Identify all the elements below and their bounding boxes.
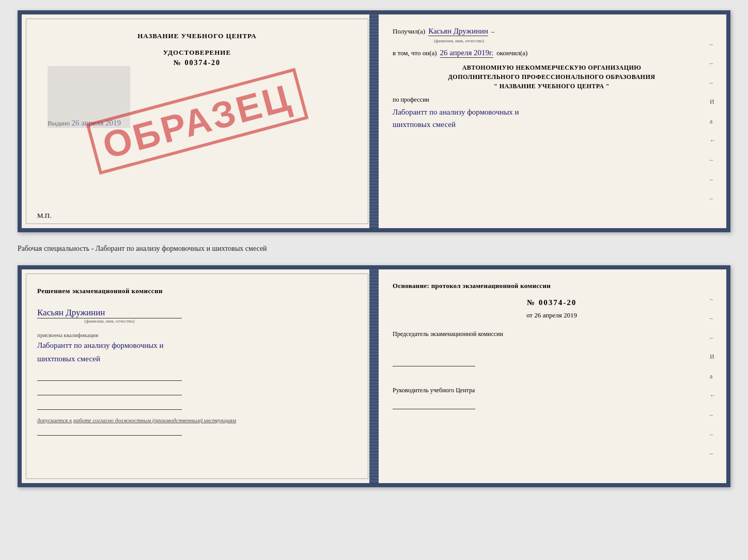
in-that-line: в том, что он(а) 26 апреля 2019г. окончи… xyxy=(393,49,711,58)
top-left-page: НАЗВАНИЕ УЧЕБНОГО ЦЕНТРА УДОСТОВЕРЕНИЕ №… xyxy=(22,14,374,228)
top-right-page: Получил(а) Касьян Дружинин – (фамилия, и… xyxy=(374,14,726,228)
sig-line-2 xyxy=(37,385,182,395)
top-document: НАЗВАНИЕ УЧЕБНОГО ЦЕНТРА УДОСТОВЕРЕНИЕ №… xyxy=(18,10,730,232)
name-block: Касьян Дружинин (фамилия, имя, отчество) xyxy=(37,303,357,324)
qualification-text: Лаборантт по анализу формовочных ишихтпо… xyxy=(37,339,357,365)
sig-line-3 xyxy=(37,399,182,410)
received-label: Получил(а) xyxy=(393,27,425,36)
signature-lines xyxy=(37,371,357,410)
book-spine xyxy=(369,14,379,228)
chairman-sig-line xyxy=(393,354,475,366)
completion-date: 26 апреля 2019г. xyxy=(440,49,494,58)
bottom-name: Касьян Дружинин xyxy=(37,308,182,318)
sig-line-1 xyxy=(37,371,182,381)
sig-line-bottom xyxy=(37,425,182,436)
org-line2: ДОПОЛНИТЕЛЬНОГО ПРОФЕССИОНАЛЬНОГО ОБРАЗО… xyxy=(393,72,711,82)
org-line1: АВТОНОМНУЮ НЕКОММЕРЧЕСКУЮ ОРГАНИЗАЦИЮ xyxy=(393,63,711,72)
rukovoditel-label: Руководитель учебного Центра xyxy=(393,386,711,395)
bottom-document: Решением экзаменационной комиссии Касьян… xyxy=(18,265,730,487)
osnov-title: Основание: протокол экзаменационной коми… xyxy=(393,282,711,290)
received-name: Касьян Дружинин xyxy=(428,27,488,36)
profession-block: по профессии Лаборантт по анализу формов… xyxy=(393,96,711,131)
допускается-prefix: допускается к xyxy=(37,417,72,423)
chairman-label: Председатель экзаменационной комиссии xyxy=(393,330,711,339)
decision-title: Решением экзаменационной комиссии xyxy=(37,287,357,295)
specialty-label: Рабочая специальность - Лаборант по анал… xyxy=(18,241,730,257)
bottom-fio-sublabel: (фамилия, имя, отчество) xyxy=(37,318,182,324)
received-line: Получил(а) Касьян Дружинин – xyxy=(393,27,711,36)
cert-label: УДОСТОВЕРЕНИЕ xyxy=(37,49,357,57)
cert-photo-placeholder xyxy=(48,66,130,128)
in-that-label: в том, что он(а) xyxy=(393,49,437,57)
mp-label: М.П. xyxy=(37,212,51,220)
допускается-text-underline: работе согласно должностным (производств… xyxy=(73,417,236,423)
bottom-right-page: Основание: протокол экзаменационной коми… xyxy=(374,269,726,483)
finished-label: окончил(а) xyxy=(496,49,527,57)
bottom-left-page: Решением экзаменационной комиссии Касьян… xyxy=(22,269,374,483)
profession-label: по профессии xyxy=(393,96,711,104)
bottom-book-spine xyxy=(369,269,379,483)
from-label: от xyxy=(526,311,533,319)
fio-sublabel-top: (фамилия, имя, отчество) xyxy=(434,38,711,43)
rukovoditel-sig-line xyxy=(393,397,475,409)
protocol-date: от 26 апреля 2019 xyxy=(393,311,711,319)
допускается-block: допускается к работе согласно должностны… xyxy=(37,417,357,423)
qualification-label: присвоена квалификация xyxy=(37,332,357,338)
profession-text: Лаборантт по анализу формовочных ишихтпо… xyxy=(393,106,711,131)
right-side-dashes: – – – И а ← – – – xyxy=(710,40,718,202)
top-title: НАЗВАНИЕ УЧЕБНОГО ЦЕНТРА xyxy=(37,32,357,40)
protocol-number: № 00374-20 xyxy=(393,298,711,307)
org-block: АВТОНОМНУЮ НЕКОММЕРЧЕСКУЮ ОРГАНИЗАЦИЮ ДО… xyxy=(393,63,711,91)
right-side-dashes-bottom: – – – И а ← – – – xyxy=(710,295,718,457)
org-line3: " НАЗВАНИЕ УЧЕБНОГО ЦЕНТРА " xyxy=(393,82,711,91)
protocol-date-value: 26 апреля 2019 xyxy=(534,311,577,319)
